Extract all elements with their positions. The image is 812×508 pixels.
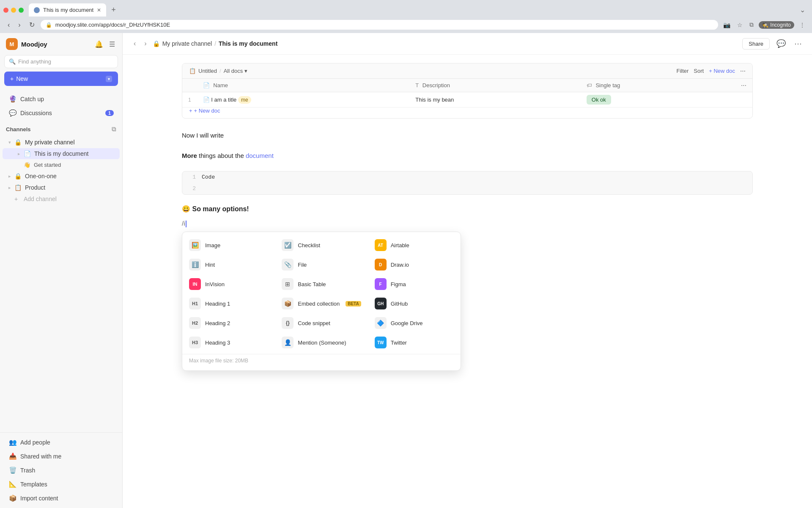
cmd-item-h1[interactable]: H1 Heading 1 — [182, 294, 275, 313]
embed-table-all-docs[interactable]: All docs ▾ — [224, 68, 247, 74]
sidebar-item-add-people[interactable]: 👥 Add people — [3, 436, 120, 449]
sidebar: M Moodjoy 🔔 ☰ 🔍 Find anything + New ▾ 🔮 — [0, 33, 123, 508]
cmd-item-google-drive-label: Google Drive — [391, 320, 454, 326]
back-btn[interactable]: ‹ — [5, 19, 12, 30]
sidebar-item-trash[interactable]: 🗑️ Trash — [3, 464, 120, 477]
forward-btn[interactable]: › — [16, 19, 23, 30]
cmd-item-figma[interactable]: F Figma — [368, 274, 461, 294]
table-row[interactable]: 1 📄 I am a title me This is my bean Ok o… — [182, 92, 752, 108]
cmd-item-invision[interactable]: IN InVision — [182, 274, 275, 294]
channels-section-title: Channels — [6, 126, 31, 133]
cmd-item-twitter[interactable]: TW Twitter — [368, 333, 461, 352]
cmd-item-embed-collection[interactable]: 📦 Embed collection BETA — [275, 294, 368, 313]
new-doc-header-btn[interactable]: + New doc — [709, 68, 735, 74]
breadcrumb-lock-icon: 🔒 — [153, 40, 160, 47]
new-button[interactable]: + New ▾ — [4, 72, 118, 86]
cmd-item-invision-label: InVision — [205, 281, 268, 287]
minimize-window-btn[interactable] — [11, 8, 16, 13]
sidebar-item-import[interactable]: 📦 Import content — [3, 491, 120, 505]
cmd-item-image-label: Image — [205, 242, 268, 248]
cmd-item-checklist[interactable]: ☑️ Checklist — [275, 235, 368, 255]
cmd-item-embed-collection-label: Embed collection — [298, 301, 341, 307]
cmd-item-h3[interactable]: H3 Heading 3 — [182, 333, 275, 352]
add-new-doc-btn[interactable]: + + New doc — [182, 108, 227, 118]
more-options-btn[interactable]: ⋯ — [793, 37, 804, 50]
cmd-item-airtable[interactable]: AT Airtable — [368, 235, 461, 255]
cmd-item-file[interactable]: 📎 File — [275, 255, 368, 274]
sort-btn[interactable]: Sort — [694, 68, 704, 74]
cmd-item-mention[interactable]: 👤 Mention (Someone) — [275, 333, 368, 352]
embed-table-header: 📋 Untitled / All docs ▾ Filter Sort + Ne… — [182, 64, 752, 79]
product-label: Product — [25, 184, 45, 191]
catchup-icon: 🔮 — [8, 95, 17, 103]
tab-manager-btn[interactable]: ⧉ — [748, 19, 755, 30]
sidebar-item-shared[interactable]: 📥 Shared with me — [3, 450, 120, 463]
filter-btn[interactable]: Filter — [676, 68, 689, 74]
emoji-heading: 😀 So many options! — [182, 205, 753, 213]
add-new-doc-icon: + — [189, 108, 192, 114]
add-channel-label: Add channel — [24, 196, 57, 202]
row-name: 📄 I am a title me — [197, 92, 410, 108]
cmd-item-mention-label: Mention (Someone) — [298, 340, 361, 346]
cmd-item-hint[interactable]: ℹ️ Hint — [182, 255, 275, 274]
sidebar-header: M Moodjoy 🔔 ☰ — [0, 33, 122, 55]
sidebar-item-catchup[interactable]: 🔮 Catch up — [3, 92, 120, 106]
embed-table-title-text[interactable]: Untitled — [198, 68, 217, 74]
embedded-table: 📋 Untitled / All docs ▾ Filter Sort + Ne… — [182, 63, 753, 119]
add-channel-icon-btn[interactable]: ⧉ — [112, 125, 116, 133]
search-box[interactable]: 🔍 Find anything — [4, 55, 118, 68]
comment-btn[interactable]: 💬 — [775, 37, 787, 50]
new-tab-btn[interactable]: + — [108, 4, 119, 16]
cmd-item-h2[interactable]: H2 Heading 2 — [182, 313, 275, 333]
star-btn[interactable]: ☆ — [735, 20, 744, 30]
new-btn-label: New — [16, 75, 28, 82]
new-btn-dropdown[interactable]: ▾ — [106, 76, 112, 82]
sidebar-item-get-started[interactable]: 👋 Get started — [3, 160, 120, 170]
doc-header-actions: Share 💬 ⋯ — [742, 37, 804, 50]
sidebar-header-icons: 🔔 ☰ — [93, 39, 116, 50]
code-line-num-1: 1 — [189, 174, 196, 180]
sidebar-item-this-doc[interactable]: ▸ 📄 This is my document — [3, 148, 120, 159]
doc-para-2-link[interactable]: document — [246, 152, 274, 159]
app: M Moodjoy 🔔 ☰ 🔍 Find anything + New ▾ 🔮 — [0, 33, 812, 508]
tab-bar-left — [3, 8, 27, 13]
shared-icon: 📥 — [8, 453, 17, 460]
camera-btn[interactable]: 📷 — [721, 20, 732, 30]
reload-btn[interactable]: ↻ — [27, 19, 37, 30]
cmd-item-basic-table[interactable]: ⊞ Basic Table — [275, 274, 368, 294]
doc-para-1[interactable]: Now I will write — [182, 130, 753, 141]
maximize-window-btn[interactable] — [19, 8, 24, 13]
tab-close-btn[interactable]: ✕ — [97, 7, 101, 13]
breadcrumb-channel[interactable]: My private channel — [162, 40, 212, 47]
browser-more-btn[interactable]: ⋮ — [798, 20, 807, 30]
sidebar-item-templates[interactable]: 📐 Templates — [3, 478, 120, 491]
doc-nav-forward-btn[interactable]: › — [142, 38, 149, 49]
import-icon: 📦 — [8, 494, 17, 502]
address-bar[interactable]: 🔒 moodjoy.slite.com/app/docs/r_DHzUYfHSK… — [41, 20, 719, 30]
cmd-item-drawio[interactable]: D Draw.io — [368, 255, 461, 274]
notifications-btn[interactable]: 🔔 — [93, 39, 104, 50]
slash-input[interactable]: /i — [182, 218, 753, 229]
embed-table-title-icon: 📋 — [189, 68, 196, 74]
sidebar-item-product[interactable]: ▸ 📋 Product — [3, 182, 120, 193]
code-content-1[interactable]: Code — [202, 174, 215, 180]
cmd-item-code-snippet[interactable]: {} Code snippet — [275, 313, 368, 333]
browser-menu-btn[interactable]: ⌄ — [796, 4, 809, 16]
templates-icon: 📐 — [8, 480, 17, 488]
cmd-item-google-drive[interactable]: 🔷 Google Drive — [368, 313, 461, 333]
sidebar-item-discussions[interactable]: 💬 Discussions 1 — [3, 106, 120, 120]
name-col-icon: 📄 — [203, 82, 210, 88]
share-btn[interactable]: Share — [742, 38, 770, 50]
browser-tab[interactable]: This is my document ✕ — [29, 3, 106, 17]
collapse-sidebar-btn[interactable]: ☰ — [108, 39, 116, 50]
close-window-btn[interactable] — [3, 8, 8, 13]
doc-nav-back-btn[interactable]: ‹ — [131, 38, 138, 49]
sidebar-item-add-channel[interactable]: + Add channel — [3, 193, 120, 204]
cmd-menu-grid: 🖼️ Image ℹ️ Hint IN InVision H1 — [182, 235, 461, 352]
cmd-item-image[interactable]: 🖼️ Image — [182, 235, 275, 255]
cmd-item-github[interactable]: GH GitHub — [368, 294, 461, 313]
sidebar-item-one-on-one[interactable]: ▸ 🔒 One-on-one — [3, 171, 120, 182]
table-more-btn[interactable]: ⋯ — [740, 68, 746, 74]
sidebar-item-private-channel[interactable]: ▾ 🔒 My private channel — [3, 137, 120, 148]
catchup-label: Catch up — [20, 96, 114, 102]
